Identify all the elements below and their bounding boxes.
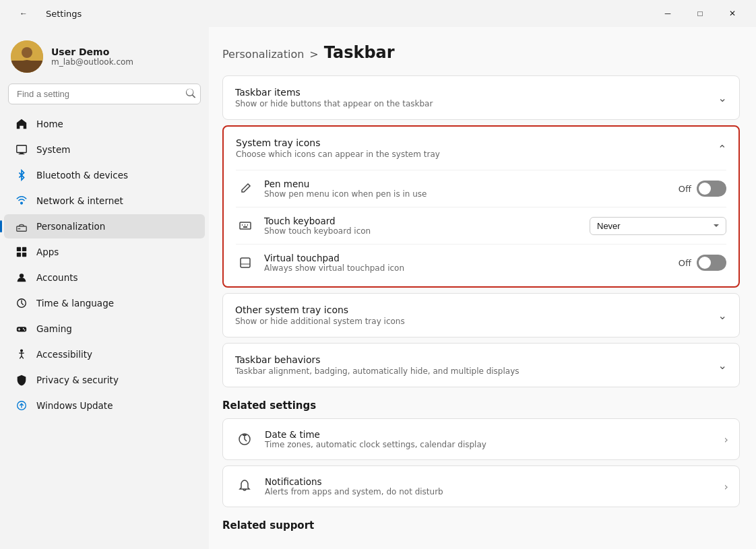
app-body: User Demo m_lab@outlook.com Home System bbox=[0, 27, 756, 549]
notifications-row[interactable]: Notifications Alerts from apps and syste… bbox=[223, 466, 739, 507]
breadcrumb: Personalization bbox=[222, 48, 304, 61]
page-header: Personalization > Taskbar bbox=[222, 43, 740, 62]
taskbar-items-chevron: ⌄ bbox=[718, 92, 727, 104]
taskbar-behaviors-title: Taskbar behaviors bbox=[235, 354, 519, 365]
close-button[interactable]: ✕ bbox=[717, 3, 748, 24]
sidebar-item-label-personalization: Personalization bbox=[36, 221, 105, 232]
notifications-left: Notifications Alerts from apps and syste… bbox=[234, 476, 443, 497]
sidebar-item-label-gaming: Gaming bbox=[36, 323, 72, 334]
sidebar-user-info: User Demo m_lab@outlook.com bbox=[51, 46, 133, 67]
sidebar-item-home[interactable]: Home bbox=[4, 112, 205, 136]
touch-keyboard-row: Touch keyboard Show touch keyboard icon … bbox=[236, 207, 726, 244]
maximize-button[interactable]: □ bbox=[685, 3, 716, 24]
svg-point-1 bbox=[22, 47, 32, 58]
related-settings-title: Related settings bbox=[222, 399, 740, 412]
system-tray-content: Pen menu Show pen menu icon when pen is … bbox=[224, 170, 738, 286]
svg-rect-36 bbox=[243, 434, 247, 436]
virtual-touchpad-left: Virtual touchpad Always show virtual tou… bbox=[236, 253, 404, 273]
title-bar-controls: ─ □ ✕ bbox=[652, 3, 748, 24]
time-icon bbox=[15, 296, 28, 310]
bluetooth-icon bbox=[15, 168, 28, 182]
taskbar-behaviors-header[interactable]: Taskbar behaviors Taskbar alignment, bad… bbox=[223, 344, 739, 387]
pen-menu-row: Pen menu Show pen menu icon when pen is … bbox=[236, 170, 726, 207]
update-icon bbox=[15, 399, 28, 412]
taskbar-items-header[interactable]: Taskbar items Show or hide buttons that … bbox=[223, 76, 739, 119]
sidebar-item-accounts[interactable]: Accounts bbox=[4, 265, 205, 290]
sidebar-item-label-update: Windows Update bbox=[36, 400, 113, 411]
sidebar-item-label-accounts: Accounts bbox=[36, 272, 78, 283]
other-tray-header[interactable]: Other system tray icons Show or hide add… bbox=[223, 294, 739, 337]
back-button[interactable]: ← bbox=[8, 3, 39, 24]
taskbar-behaviors-desc: Taskbar alignment, badging, automaticall… bbox=[235, 366, 519, 376]
sidebar-item-time[interactable]: Time & language bbox=[4, 291, 205, 315]
pen-menu-toggle-label: Off bbox=[679, 184, 691, 194]
accounts-icon bbox=[15, 271, 28, 284]
search-input[interactable] bbox=[8, 84, 201, 104]
date-time-chevron: › bbox=[724, 433, 728, 446]
svg-rect-3 bbox=[11, 61, 43, 73]
system-tray-header[interactable]: System tray icons Choose which icons can… bbox=[224, 127, 738, 170]
pen-menu-toggle[interactable] bbox=[697, 181, 726, 197]
home-icon bbox=[15, 117, 28, 131]
main-content: Personalization > Taskbar Taskbar items … bbox=[209, 27, 756, 549]
touch-keyboard-right: Never Always When no keyboard attached bbox=[590, 217, 726, 235]
other-tray-text: Other system tray icons Show or hide add… bbox=[235, 304, 405, 326]
svg-rect-12 bbox=[17, 253, 21, 257]
touch-keyboard-dropdown[interactable]: Never Always When no keyboard attached bbox=[590, 217, 726, 235]
sidebar-item-personalization[interactable]: Personalization bbox=[4, 214, 205, 238]
pen-menu-left: Pen menu Show pen menu icon when pen is … bbox=[236, 179, 427, 199]
virtual-touchpad-row: Virtual touchpad Always show virtual tou… bbox=[236, 244, 726, 281]
bell-icon bbox=[234, 476, 255, 497]
taskbar-items-text: Taskbar items Show or hide buttons that … bbox=[235, 87, 433, 108]
svg-rect-6 bbox=[19, 154, 25, 154]
taskbar-items-title: Taskbar items bbox=[235, 87, 433, 98]
sidebar-item-label-network: Network & internet bbox=[36, 195, 123, 206]
sidebar-item-apps[interactable]: Apps bbox=[4, 240, 205, 264]
svg-rect-13 bbox=[22, 253, 26, 257]
date-time-row[interactable]: Date & time Time zones, automatic clock … bbox=[223, 419, 739, 459]
svg-point-20 bbox=[24, 329, 26, 331]
virtual-touchpad-right: Off bbox=[679, 255, 726, 271]
svg-rect-28 bbox=[240, 222, 251, 229]
svg-rect-33 bbox=[241, 258, 250, 267]
sidebar-item-system[interactable]: System bbox=[4, 137, 205, 162]
svg-rect-4 bbox=[17, 146, 26, 153]
sidebar-search bbox=[8, 84, 201, 104]
apps-icon bbox=[15, 245, 28, 259]
pen-menu-desc: Show pen menu icon when pen is in use bbox=[264, 189, 427, 199]
sidebar-item-update[interactable]: Windows Update bbox=[4, 393, 205, 418]
notifications-chevron: › bbox=[724, 480, 728, 493]
other-tray-title: Other system tray icons bbox=[235, 304, 405, 315]
title-bar-title: Settings bbox=[46, 9, 82, 19]
title-bar: ← Settings ─ □ ✕ bbox=[0, 0, 756, 27]
system-tray-card: System tray icons Choose which icons can… bbox=[222, 125, 740, 288]
sidebar-item-privacy[interactable]: Privacy & security bbox=[4, 368, 205, 392]
pen-menu-text: Pen menu Show pen menu icon when pen is … bbox=[264, 179, 427, 199]
pen-menu-title: Pen menu bbox=[264, 179, 427, 189]
virtual-touchpad-toggle[interactable] bbox=[697, 255, 726, 271]
touch-keyboard-desc: Show touch keyboard icon bbox=[264, 226, 371, 236]
notifications-desc: Alerts from apps and system, do not dist… bbox=[265, 487, 443, 496]
pen-menu-right: Off bbox=[679, 181, 726, 197]
system-tray-title: System tray icons bbox=[236, 137, 440, 148]
touch-keyboard-text: Touch keyboard Show touch keyboard icon bbox=[264, 216, 371, 236]
avatar bbox=[11, 40, 43, 73]
minimize-button[interactable]: ─ bbox=[652, 3, 683, 24]
svg-rect-11 bbox=[22, 247, 26, 251]
gaming-icon bbox=[15, 322, 28, 335]
taskbar-items-desc: Show or hide buttons that appear on the … bbox=[235, 99, 433, 108]
notifications-title: Notifications bbox=[265, 476, 443, 487]
sidebar-item-bluetooth[interactable]: Bluetooth & devices bbox=[4, 163, 205, 187]
date-time-text: Date & time Time zones, automatic clock … bbox=[265, 429, 486, 449]
sidebar-item-label-privacy: Privacy & security bbox=[36, 375, 119, 385]
pen-icon bbox=[236, 179, 255, 198]
taskbar-behaviors-card: Taskbar behaviors Taskbar alignment, bad… bbox=[222, 343, 740, 387]
notifications-card: Notifications Alerts from apps and syste… bbox=[222, 465, 740, 507]
sidebar-item-network[interactable]: Network & internet bbox=[4, 189, 205, 213]
sidebar-item-label-accessibility: Accessibility bbox=[36, 349, 92, 360]
svg-point-19 bbox=[23, 328, 24, 329]
sidebar-item-accessibility[interactable]: Accessibility bbox=[4, 342, 205, 366]
date-time-card: Date & time Time zones, automatic clock … bbox=[222, 418, 740, 460]
virtual-touchpad-text: Virtual touchpad Always show virtual tou… bbox=[264, 253, 404, 273]
sidebar-item-gaming[interactable]: Gaming bbox=[4, 317, 205, 341]
